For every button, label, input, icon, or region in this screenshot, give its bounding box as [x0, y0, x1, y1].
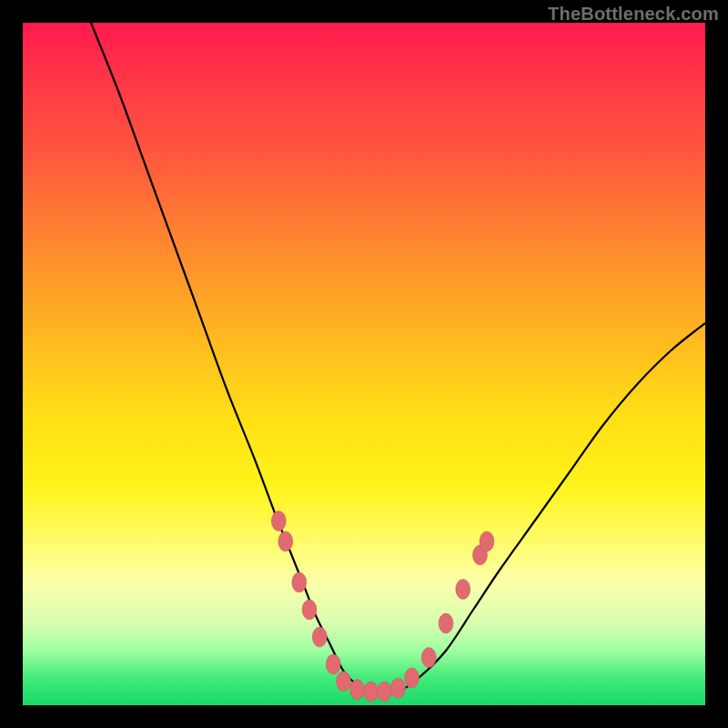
- marker-dot: [312, 627, 327, 647]
- watermark-text: TheBottleneck.com: [548, 4, 719, 25]
- marker-dot: [421, 648, 436, 668]
- marker-dot: [378, 682, 392, 702]
- chart-stage: TheBottleneck.com: [0, 0, 728, 728]
- marker-dot: [405, 668, 420, 688]
- marker-dot: [278, 531, 293, 551]
- marker-dot: [391, 678, 406, 698]
- marker-dot: [337, 672, 351, 692]
- marker-dot: [439, 613, 453, 633]
- highlight-markers: [271, 511, 494, 703]
- marker-dot: [364, 682, 379, 702]
- marker-dot: [302, 600, 317, 620]
- marker-dot: [456, 580, 470, 600]
- curve-svg: [23, 23, 705, 705]
- marker-dot: [326, 654, 340, 674]
- marker-dot: [271, 511, 286, 531]
- marker-dot: [292, 572, 307, 592]
- marker-dot: [480, 531, 494, 551]
- marker-dot: [350, 680, 365, 700]
- bottleneck-curve: [91, 23, 705, 693]
- plot-area: [23, 23, 705, 705]
